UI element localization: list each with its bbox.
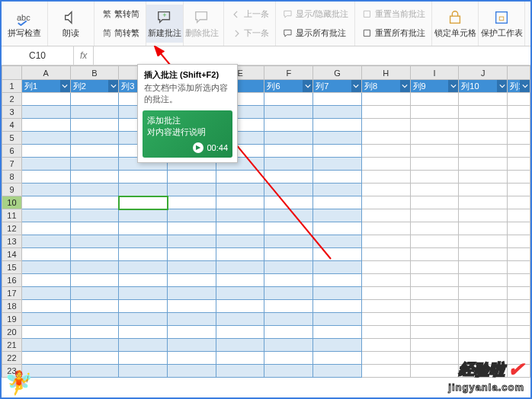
cell[interactable] <box>361 209 410 222</box>
cell[interactable] <box>361 171 410 184</box>
cell[interactable] <box>313 365 362 378</box>
cell[interactable] <box>264 184 313 196</box>
row-head-9[interactable]: 9 <box>2 184 22 196</box>
cell[interactable] <box>168 235 216 248</box>
cell[interactable] <box>264 93 313 106</box>
cell[interactable] <box>264 209 313 222</box>
cell[interactable] <box>21 209 70 222</box>
cell[interactable] <box>21 235 70 248</box>
cell[interactable] <box>361 196 410 209</box>
cell[interactable] <box>264 196 313 209</box>
cell[interactable] <box>508 326 530 339</box>
col-head-B[interactable]: B <box>70 66 119 80</box>
cell[interactable] <box>70 196 119 209</box>
cell[interactable] <box>168 300 216 313</box>
cell[interactable] <box>508 158 530 171</box>
cell[interactable] <box>264 326 313 339</box>
read-aloud-button[interactable]: 朗读 <box>53 5 89 43</box>
table-header[interactable]: 列2 <box>70 80 119 93</box>
cell[interactable] <box>410 339 459 352</box>
new-comment-button[interactable]: + 新建批注 <box>146 5 183 43</box>
cell[interactable] <box>70 248 119 261</box>
row-head-6[interactable]: 6 <box>2 145 22 158</box>
cell[interactable] <box>459 300 508 313</box>
cell[interactable] <box>264 171 313 184</box>
cell[interactable] <box>119 274 168 287</box>
cell[interactable] <box>459 287 508 300</box>
show-hide-button[interactable]: 显示/隐藏批注 <box>282 5 348 24</box>
cell[interactable] <box>216 171 264 184</box>
table-header[interactable]: 列1 <box>508 80 530 93</box>
cell[interactable] <box>459 248 508 261</box>
cell[interactable] <box>119 313 168 326</box>
cell[interactable] <box>410 145 459 158</box>
cell[interactable] <box>459 119 508 132</box>
filter-dropdown-icon[interactable] <box>303 80 312 92</box>
cell[interactable] <box>119 300 168 313</box>
cell[interactable] <box>410 222 459 235</box>
cell[interactable] <box>459 106 508 119</box>
cell[interactable] <box>361 326 410 339</box>
cell[interactable] <box>459 222 508 235</box>
cell[interactable] <box>313 184 362 196</box>
col-head-J[interactable]: J <box>459 66 508 80</box>
cell[interactable] <box>168 274 216 287</box>
cell[interactable] <box>70 222 119 235</box>
cell[interactable] <box>459 274 508 287</box>
filter-dropdown-icon[interactable] <box>60 80 70 92</box>
cell[interactable] <box>264 313 313 326</box>
cell[interactable] <box>70 106 119 119</box>
cell[interactable] <box>508 261 530 274</box>
cell[interactable] <box>70 274 119 287</box>
cell[interactable] <box>119 352 168 365</box>
cell[interactable] <box>508 274 530 287</box>
row-head-20[interactable]: 20 <box>2 326 22 339</box>
cell[interactable] <box>70 261 119 274</box>
cell[interactable] <box>21 93 70 106</box>
formula-input[interactable] <box>94 46 530 65</box>
corner-cell[interactable] <box>2 66 22 80</box>
cell[interactable] <box>410 106 459 119</box>
row-head-18[interactable]: 18 <box>2 300 22 313</box>
row-head-12[interactable]: 12 <box>2 222 22 235</box>
protect-sheet-button[interactable]: 保护工作表 <box>483 5 520 43</box>
cell[interactable] <box>361 287 410 300</box>
filter-dropdown-icon[interactable] <box>351 80 361 92</box>
cell[interactable] <box>410 274 459 287</box>
cell[interactable] <box>264 222 313 235</box>
cell[interactable] <box>70 184 119 196</box>
cell[interactable] <box>70 132 119 145</box>
cell[interactable] <box>313 132 362 145</box>
cell[interactable] <box>264 132 313 145</box>
cell[interactable] <box>508 119 530 132</box>
table-header[interactable]: 列7 <box>313 80 362 93</box>
cell[interactable] <box>168 287 216 300</box>
cell[interactable] <box>216 235 264 248</box>
cell[interactable] <box>361 261 410 274</box>
cell[interactable] <box>216 209 264 222</box>
cell[interactable] <box>508 235 530 248</box>
cell[interactable] <box>216 184 264 196</box>
cell[interactable] <box>361 106 410 119</box>
cell[interactable] <box>508 300 530 313</box>
cell[interactable] <box>21 132 70 145</box>
cell[interactable] <box>459 326 508 339</box>
cell[interactable] <box>361 235 410 248</box>
cell[interactable] <box>459 158 508 171</box>
cell[interactable] <box>21 222 70 235</box>
cell[interactable] <box>313 261 362 274</box>
cell[interactable] <box>70 171 119 184</box>
cell[interactable] <box>361 132 410 145</box>
cell[interactable] <box>119 209 168 222</box>
cell[interactable] <box>21 171 70 184</box>
row-head-19[interactable]: 19 <box>2 313 22 326</box>
cell[interactable] <box>168 209 216 222</box>
cell[interactable] <box>168 184 216 196</box>
cell[interactable] <box>508 93 530 106</box>
table-header[interactable]: 列6 <box>264 80 313 93</box>
cell[interactable] <box>459 171 508 184</box>
cell[interactable] <box>410 93 459 106</box>
cell[interactable] <box>21 145 70 158</box>
grid-table[interactable]: ABCDEFGHIJ1列1列2列3列6列7列8列9列10列12345678910… <box>2 65 530 378</box>
cell[interactable] <box>119 326 168 339</box>
